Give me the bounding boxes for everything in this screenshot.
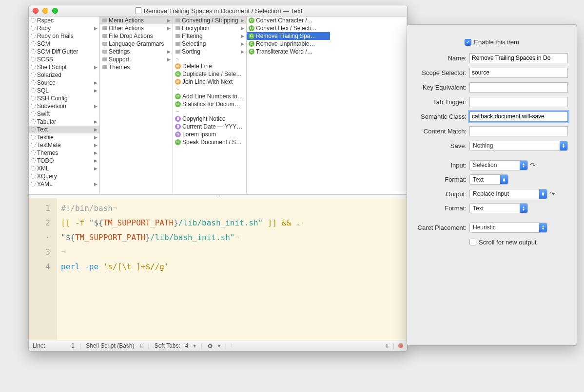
list-item[interactable]: Themes: [100, 63, 173, 71]
line-number[interactable]: 1: [50, 342, 75, 349]
list-item[interactable]: CDuplicate Line / Sele…: [173, 70, 246, 78]
list-item-label: YAML: [37, 181, 53, 187]
input-select[interactable]: Selection ▲▼: [469, 160, 528, 170]
input-format-select[interactable]: Text ▲▼: [469, 174, 508, 185]
scope-selector-input[interactable]: [469, 68, 568, 78]
list-item-label: Add Line Numbers to…: [182, 93, 243, 100]
bundle-icon: [31, 57, 36, 62]
grammar-selector[interactable]: Shell Script (Bash): [86, 342, 134, 349]
list-item[interactable]: Themes▶: [29, 149, 99, 157]
enable-checkbox[interactable]: ✓: [465, 39, 471, 46]
list-item[interactable]: SCSS: [29, 56, 99, 63]
chevron-right-icon: ▶: [94, 119, 97, 124]
list-item[interactable]: CRemove Trailing Spa…: [247, 32, 330, 40]
line-number: 3: [36, 245, 50, 260]
list-item[interactable]: CTransliterate Word /…: [247, 48, 330, 56]
list-item[interactable]: File Drop Actions: [100, 32, 173, 40]
caret-placement-select[interactable]: Heuristic ▲▼: [469, 223, 547, 233]
list-item[interactable]: Source▶: [29, 79, 99, 87]
list-item[interactable]: Selecting▶: [173, 40, 246, 48]
bundle-icon: [31, 119, 36, 124]
record-macro-button[interactable]: [398, 343, 403, 348]
save-select[interactable]: Nothing ▲▼: [469, 141, 568, 151]
list-item-label: Converting / Stripping: [182, 17, 238, 24]
list-item-label: Tabular: [37, 118, 56, 125]
code-editor[interactable]: 12·34 #!/bin/bash¬ [[ -f "${TM_SUPPORT_P…: [29, 198, 407, 340]
list-item[interactable]: MDelete Line: [173, 62, 246, 70]
command-type-icon: M: [175, 79, 181, 85]
list-item[interactable]: Ruby▶: [29, 24, 99, 32]
scroll-output-checkbox[interactable]: [469, 239, 476, 245]
list-item[interactable]: SCurrent Date — YYY…: [173, 123, 246, 131]
list-item[interactable]: Other Actions▶: [100, 24, 173, 32]
list-item[interactable]: SCM: [29, 40, 99, 48]
bundle-icon: [31, 112, 36, 116]
list-item[interactable]: SLorem ipsum: [173, 131, 246, 138]
chevron-updown-icon: ▲▼: [560, 141, 567, 150]
key-equivalent-input[interactable]: [469, 82, 568, 93]
list-item[interactable]: Textile▶: [29, 133, 99, 141]
list-item[interactable]: SQL▶: [29, 87, 99, 94]
code-area[interactable]: #!/bin/bash¬ [[ -f "${TM_SUPPORT_PATH}/l…: [57, 198, 407, 340]
list-item[interactable]: CSpeak Document / S…: [173, 138, 246, 146]
list-item[interactable]: Solarized: [29, 71, 99, 79]
list-item[interactable]: Support▶: [100, 56, 173, 63]
list-item[interactable]: Language Grammars: [100, 40, 173, 48]
line-number: 1: [36, 201, 50, 216]
list-item[interactable]: Sorting▶: [173, 48, 246, 56]
list-item[interactable]: TODO▶: [29, 157, 99, 165]
list-item[interactable]: YAML▶: [29, 180, 99, 188]
command-column[interactable]: CConvert Character /…CConvert Hex / Sele…: [247, 17, 330, 194]
list-item[interactable]: TextMate▶: [29, 141, 99, 149]
list-item[interactable]: Encryption▶: [173, 24, 246, 32]
tabs-value[interactable]: 4: [185, 342, 189, 349]
list-item-label: Support: [109, 56, 129, 63]
list-item[interactable]: Filtering▶: [173, 32, 246, 40]
list-item[interactable]: Swift: [29, 110, 99, 118]
list-item-label: SCM Diff Gutter: [37, 48, 78, 55]
overflow-column[interactable]: [330, 17, 407, 194]
list-item[interactable]: CConvert Hex / Selecti…: [247, 24, 330, 32]
gear-icon[interactable]: ⚙: [207, 342, 213, 350]
close-button[interactable]: [33, 8, 39, 14]
category-column[interactable]: Menu Actions▶Other Actions▶File Drop Act…: [100, 17, 173, 194]
list-item[interactable]: CAdd Line Numbers to…: [173, 93, 246, 100]
list-item[interactable]: Shell Script▶: [29, 63, 99, 71]
submenu-column[interactable]: Converting / Stripping▶Encryption▶Filter…: [173, 17, 247, 194]
list-item[interactable]: Tabular▶: [29, 118, 99, 126]
list-item[interactable]: Subversion▶: [29, 102, 99, 110]
list-item[interactable]: XQuery: [29, 172, 99, 180]
list-item[interactable]: Menu Actions▶: [100, 17, 173, 24]
list-item[interactable]: Ruby on Rails: [29, 32, 99, 40]
list-item-label: Convert Character /…: [256, 17, 313, 24]
list-item[interactable]: SCM Diff Gutter: [29, 48, 99, 56]
semantic-class-input[interactable]: [469, 112, 568, 122]
list-item[interactable]: Settings▶: [100, 48, 173, 56]
bundle-editor-window: Remove Trailing Spaces in Document / Sel…: [28, 5, 408, 352]
list-item[interactable]: SCopyright Notice: [173, 115, 246, 123]
scroll-indicator[interactable]: ⇅: [385, 343, 389, 349]
list-item[interactable]: CStatistics for Docum…: [173, 100, 246, 108]
bundle-list-column[interactable]: RspecRuby▶Ruby on RailsSCMSCM Diff Gutte…: [29, 17, 100, 194]
list-item[interactable]: MJoin Line With Next: [173, 78, 246, 86]
list-item[interactable]: CRemove Unprintable…: [247, 40, 330, 48]
list-item-label: Duplicate Line / Sele…: [182, 71, 242, 77]
content-match-input[interactable]: [469, 126, 568, 136]
output-format-select[interactable]: Text ▲▼: [469, 203, 528, 213]
content-match-label: Content Match:: [416, 128, 469, 135]
folder-icon: [102, 57, 107, 62]
list-item[interactable]: Converting / Stripping▶: [173, 17, 246, 24]
output-select[interactable]: Replace Input ▲▼: [469, 189, 547, 199]
name-input[interactable]: [469, 53, 568, 63]
list-item[interactable]: XML▶: [29, 165, 99, 172]
list-item[interactable]: SSH Config: [29, 94, 99, 102]
minimize-button[interactable]: [42, 8, 48, 14]
tab-trigger-input[interactable]: [469, 97, 568, 107]
list-item[interactable]: CConvert Character /…: [247, 17, 330, 24]
list-item-label: Current Date — YYY…: [182, 123, 242, 130]
split-view-grabber[interactable]: ⋯: [29, 194, 407, 198]
chevron-right-icon: ▶: [167, 57, 171, 62]
list-item[interactable]: Rspec: [29, 17, 99, 24]
list-item[interactable]: Text▶: [29, 126, 99, 133]
zoom-button[interactable]: [52, 8, 58, 14]
